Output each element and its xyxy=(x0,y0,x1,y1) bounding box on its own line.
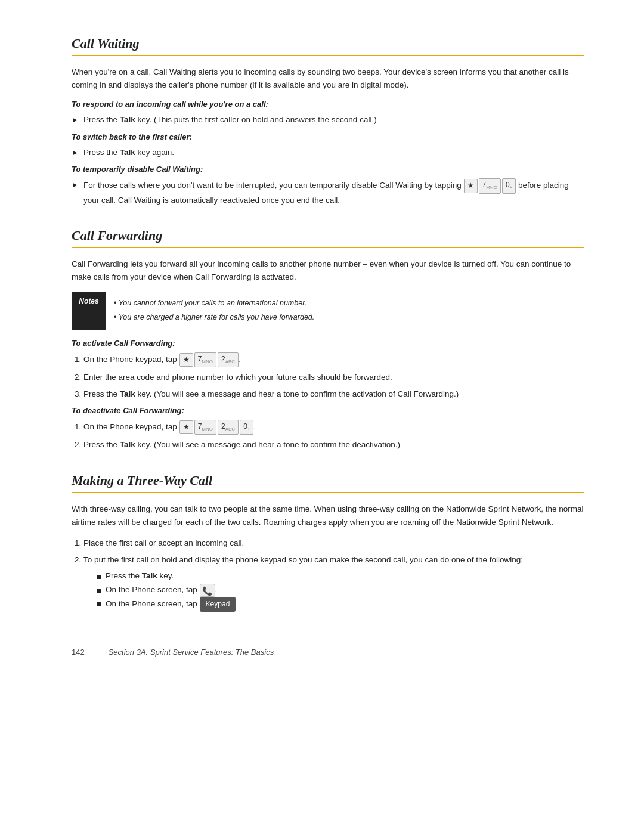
section-label: Section 3A. Sprint Service Features: The… xyxy=(109,648,274,657)
activate-cf-step2: Enter the area code and phone number to … xyxy=(83,371,584,384)
call-waiting-sub1: To respond to an incoming call while you… xyxy=(72,100,584,109)
square-bullet-icon1 xyxy=(97,575,101,579)
three-way-list: Place the first call or accept an incomi… xyxy=(83,537,584,611)
activate-cf-step3: Press the Talk key. (You will see a mess… xyxy=(83,388,584,401)
call-forwarding-divider xyxy=(72,247,584,248)
key-7c: 7MNO xyxy=(194,420,216,435)
three-way-call-intro: With three-way calling, you can talk to … xyxy=(72,503,584,528)
sub-bullet-talk-text: Press the Talk key. xyxy=(106,569,174,583)
call-waiting-bullet3: ► For those calls where you don't want t… xyxy=(72,178,584,206)
call-waiting-bullet2: ► Press the Talk key again. xyxy=(72,146,584,159)
talk-key-label: Talk xyxy=(120,115,135,124)
three-way-subbullets: Press the Talk key. On the Phone screen,… xyxy=(97,569,584,611)
sub-bullet-phone-screen: On the Phone screen, tap 📞. xyxy=(97,583,584,597)
call-forwarding-intro: Call Forwarding lets you forward all you… xyxy=(72,258,584,283)
note-1: You cannot forward your calls to an inte… xyxy=(114,297,314,309)
call-waiting-sub2: To switch back to the first caller: xyxy=(72,132,584,141)
keypad-tag: Keypad xyxy=(200,597,236,611)
call-waiting-title: Call Waiting xyxy=(72,36,584,51)
key-star3: ★ xyxy=(179,420,193,434)
triangle-icon2: ► xyxy=(72,147,79,159)
notes-label: Notes xyxy=(72,292,106,330)
sub-bullet-keypad-text: On the Phone screen, tap Keypad xyxy=(106,597,236,611)
call-waiting-section: Call Waiting When you're on a call, Call… xyxy=(72,36,584,206)
activate-cf-step1: On the Phone keypad, tap ★ 7MNO 2ABC . xyxy=(83,352,584,367)
key-0b: 0+ xyxy=(240,420,253,435)
talk-key-label4: Talk xyxy=(120,440,135,449)
phone-icon: 📞 xyxy=(200,584,215,597)
deactivate-cf-step2: Press the Talk key. (You will see a mess… xyxy=(83,438,584,451)
sub-bullet-keypad: On the Phone screen, tap Keypad xyxy=(97,597,584,611)
call-waiting-bullet1-text: Press the Talk key. (This puts the first… xyxy=(83,113,377,126)
three-way-call-section: Making a Three-Way Call With three-way c… xyxy=(72,473,584,612)
notes-box: Notes You cannot forward your calls to a… xyxy=(72,292,584,330)
three-way-call-divider xyxy=(72,492,584,493)
key-2: 2ABC xyxy=(218,352,239,367)
key-sequence-1: ★ 7MNO 0+ xyxy=(464,178,516,193)
key-2b: 2ABC xyxy=(218,420,239,435)
key-0: 0+ xyxy=(502,178,516,193)
key-star2: ★ xyxy=(179,353,193,367)
page-number: 142 xyxy=(72,648,85,657)
activate-cf-heading: To activate Call Forwarding: xyxy=(72,339,584,348)
three-way-step2: To put the first call on hold and displa… xyxy=(83,553,584,612)
call-waiting-bullet2-text: Press the Talk key again. xyxy=(83,146,174,159)
talk-key-label2: Talk xyxy=(120,148,135,157)
square-bullet-icon3 xyxy=(97,602,101,606)
notes-content: You cannot forward your calls to an inte… xyxy=(106,292,323,330)
note-2: You are charged a higher rate for calls … xyxy=(114,311,314,324)
call-waiting-intro: When you're on a call, Call Waiting aler… xyxy=(72,66,584,91)
call-waiting-bullet1: ► Press the Talk key. (This puts the fir… xyxy=(72,113,584,126)
key-sequence-2: ★ 7MNO 2ABC xyxy=(179,352,239,367)
key-7: 7MNO xyxy=(479,178,501,193)
key-star: ★ xyxy=(464,179,478,193)
sub-bullet-talk: Press the Talk key. xyxy=(97,569,584,583)
call-waiting-divider xyxy=(72,55,584,56)
deactivate-cf-list: On the Phone keypad, tap ★ 7MNO 2ABC 0+ … xyxy=(83,420,584,451)
key-7b: 7MNO xyxy=(194,352,216,367)
activate-cf-list: On the Phone keypad, tap ★ 7MNO 2ABC . E… xyxy=(83,352,584,400)
square-bullet-icon2 xyxy=(97,589,101,593)
call-forwarding-section: Call Forwarding Call Forwarding lets you… xyxy=(72,228,584,451)
deactivate-cf-heading: To deactivate Call Forwarding: xyxy=(72,406,584,415)
three-way-call-title: Making a Three-Way Call xyxy=(72,473,584,488)
talk-key-label5: Talk xyxy=(142,571,157,580)
triangle-icon3: ► xyxy=(72,179,79,191)
page-footer: 142 Section 3A. Sprint Service Features:… xyxy=(72,648,584,657)
call-waiting-sub3: To temporarily disable Call Waiting: xyxy=(72,165,584,174)
three-way-step1: Place the first call or accept an incomi… xyxy=(83,537,584,550)
sub-bullet-phone-text: On the Phone screen, tap 📞. xyxy=(106,583,217,597)
call-forwarding-title: Call Forwarding xyxy=(72,228,584,243)
key-sequence-3: ★ 7MNO 2ABC 0+ xyxy=(179,420,254,435)
triangle-icon: ► xyxy=(72,114,79,126)
talk-key-label3: Talk xyxy=(120,389,135,398)
call-waiting-bullet3-text: For those calls where you don't want to … xyxy=(83,178,584,206)
deactivate-cf-step1: On the Phone keypad, tap ★ 7MNO 2ABC 0+ … xyxy=(83,420,584,435)
